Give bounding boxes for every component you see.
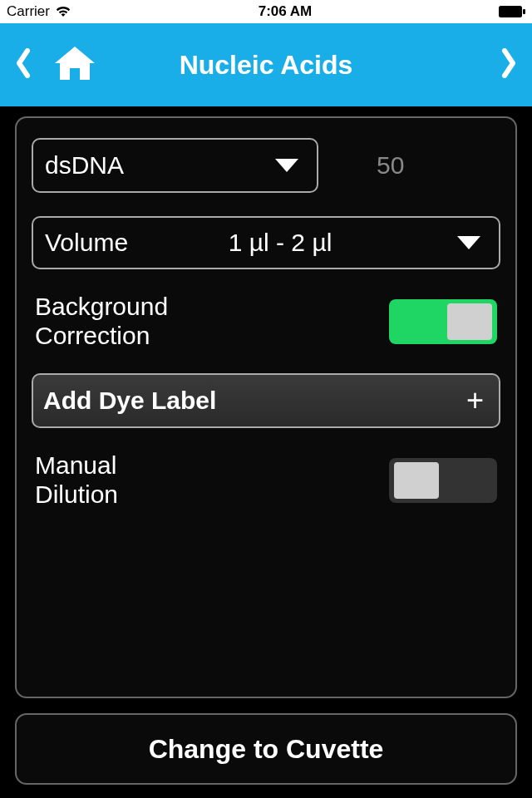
sample-coefficient: 50 bbox=[377, 151, 404, 180]
manual-dilution-row: Manual Dilution bbox=[32, 451, 500, 509]
background-correction-toggle[interactable] bbox=[389, 299, 497, 344]
forward-button[interactable] bbox=[500, 66, 517, 81]
change-to-cuvette-label: Change to Cuvette bbox=[149, 734, 384, 765]
sample-type-value: dsDNA bbox=[45, 151, 124, 180]
back-button[interactable] bbox=[15, 48, 32, 81]
wifi-icon bbox=[55, 6, 71, 17]
battery-icon bbox=[499, 6, 525, 17]
clock-label: 7:06 AM bbox=[259, 3, 313, 20]
carrier-label: Carrier bbox=[7, 3, 50, 20]
svg-rect-1 bbox=[523, 9, 525, 14]
status-left: Carrier bbox=[7, 3, 71, 20]
background-correction-row: Background Correction bbox=[32, 293, 500, 350]
home-button[interactable] bbox=[53, 45, 96, 85]
chevron-down-icon bbox=[275, 159, 298, 172]
sample-type-select[interactable]: dsDNA bbox=[32, 138, 318, 193]
add-dye-label-button[interactable]: Add Dye Label + bbox=[32, 373, 500, 428]
plus-icon: + bbox=[466, 383, 484, 418]
change-to-cuvette-button[interactable]: Change to Cuvette bbox=[15, 713, 517, 785]
volume-select[interactable]: Volume 1 µl - 2 µl bbox=[32, 216, 500, 269]
add-dye-text: Add Dye Label bbox=[43, 387, 216, 415]
manual-dilution-label: Manual Dilution bbox=[35, 451, 118, 509]
settings-panel: dsDNA 50 Volume 1 µl - 2 µl Background C… bbox=[15, 116, 517, 698]
toggle-knob bbox=[447, 303, 492, 340]
volume-value: 1 µl - 2 µl bbox=[103, 229, 457, 257]
page-title: Nucleic Acids bbox=[180, 50, 353, 81]
chevron-down-icon bbox=[457, 236, 480, 249]
status-bar: Carrier 7:06 AM bbox=[0, 0, 532, 23]
manual-dilution-toggle[interactable] bbox=[389, 458, 497, 503]
content: dsDNA 50 Volume 1 µl - 2 µl Background C… bbox=[0, 106, 532, 798]
sample-type-row: dsDNA 50 bbox=[32, 138, 500, 193]
svg-rect-0 bbox=[499, 6, 522, 17]
toggle-knob bbox=[394, 462, 439, 499]
background-correction-label: Background Correction bbox=[35, 293, 168, 350]
nav-bar: Nucleic Acids bbox=[0, 23, 532, 106]
status-right bbox=[499, 6, 525, 17]
